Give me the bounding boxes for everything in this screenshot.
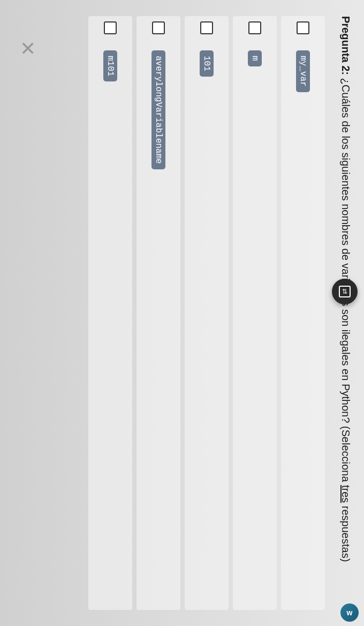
code-tag: averylongVariablename: [151, 50, 165, 169]
checkbox[interactable]: [200, 21, 213, 34]
question-text: Pregunta 2: ¿Cuáles de los siguientes no…: [338, 16, 353, 610]
instruction-close: respuestas): [340, 503, 352, 562]
checkbox[interactable]: [104, 21, 117, 34]
scroll-arrows-icon: ⇅: [339, 286, 351, 297]
code-tag: m101: [103, 50, 117, 81]
option-row[interactable]: 101: [185, 16, 229, 610]
app-badge-icon[interactable]: w: [340, 603, 359, 622]
instruction-underline: tres: [340, 485, 352, 503]
quiz-panel: Pregunta 2: ¿Cuáles de los siguientes no…: [0, 0, 364, 626]
code-tag: 101: [200, 50, 214, 77]
incorrect-mark-icon: ✕: [16, 40, 39, 56]
code-tag: my_var: [296, 50, 310, 92]
checkbox[interactable]: [248, 21, 261, 34]
option-row[interactable]: my_var: [281, 16, 325, 610]
question-body: ¿Cuáles de los siguientes nombres de var…: [340, 75, 352, 426]
option-row[interactable]: m101: [88, 16, 132, 610]
scroll-badge-icon[interactable]: ⇅: [332, 279, 358, 304]
options-list: my_var m 101 averylongVariablename m101: [84, 16, 325, 610]
option-row[interactable]: m: [233, 16, 277, 610]
question-label: Pregunta 2:: [340, 16, 352, 75]
code-tag: m: [248, 50, 262, 66]
instruction-open: (Selecciona: [340, 426, 352, 485]
checkbox[interactable]: [152, 21, 165, 34]
option-row[interactable]: averylongVariablename: [136, 16, 180, 610]
checkbox[interactable]: [297, 21, 309, 34]
